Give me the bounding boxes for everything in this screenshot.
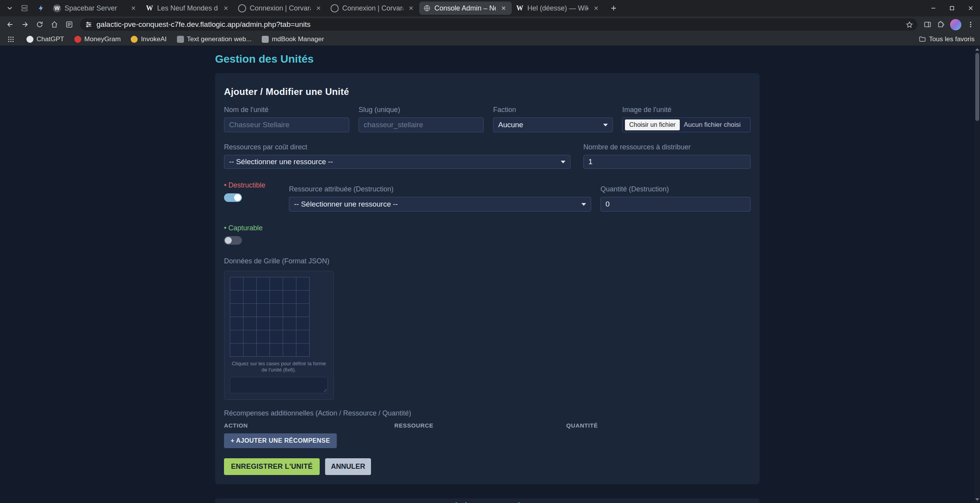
grid-cell[interactable] — [257, 344, 270, 357]
scrollbar-thumb[interactable] — [975, 53, 979, 121]
grid-cell[interactable] — [296, 330, 310, 344]
browser-toolbar: galactic-pve-conquest-c7fe.dev.flatlogic… — [0, 16, 980, 33]
back-button[interactable] — [3, 18, 17, 32]
all-bookmarks-button[interactable]: Tous les favoris — [919, 35, 975, 43]
tab-connexion-corvara-1[interactable]: Connexion | Corvara — [234, 2, 327, 15]
bookmark-text-generation-webui[interactable]: Text generation web... — [177, 35, 252, 43]
forward-button[interactable] — [18, 18, 32, 32]
slug-input[interactable] — [359, 117, 484, 132]
tab-spacebar-server[interactable]: W Spacebar Server — [49, 2, 142, 15]
bookmark-mdbook-manager[interactable]: mdBook Manager — [262, 35, 324, 43]
grid-cell[interactable] — [230, 277, 243, 291]
grid-cell[interactable] — [243, 317, 257, 330]
bookmark-star-button[interactable] — [903, 18, 915, 31]
grid-cell[interactable] — [257, 330, 270, 344]
grid-cell[interactable] — [230, 291, 243, 304]
capturable-toggle[interactable] — [224, 236, 242, 245]
grid-cell[interactable] — [283, 291, 296, 304]
image-file-input[interactable]: Choisir un fichier Aucun fichier choisi — [622, 117, 751, 132]
tab-connexion-corvara-2[interactable]: Connexion | Corvara — [327, 2, 419, 15]
destruction-resource-select[interactable]: -- Sélectionner une ressource -- — [289, 197, 591, 212]
pinned-tab-server[interactable] — [16, 2, 33, 15]
grid-cell[interactable] — [257, 304, 270, 317]
capturable-label: • Capturable — [224, 224, 751, 232]
tab-hel-wikipedia[interactable]: W Hel (déesse) — Wikipédia — [512, 2, 604, 15]
minimize-button[interactable] — [924, 0, 943, 16]
choose-file-button[interactable]: Choisir un fichier — [625, 119, 680, 130]
tab-search-button[interactable] — [3, 2, 16, 15]
resource-count-input[interactable] — [583, 155, 751, 169]
grid-cell[interactable] — [270, 344, 283, 357]
browser-menu-button[interactable] — [964, 18, 977, 31]
extensions-button[interactable] — [934, 18, 947, 31]
grid-json-textarea[interactable] — [230, 377, 328, 393]
grid-cell[interactable] — [230, 304, 243, 317]
destruction-qty-input[interactable] — [600, 197, 751, 212]
grid-cell[interactable] — [270, 291, 283, 304]
bookmark-moneygram[interactable]: MoneyGram — [74, 35, 121, 43]
name-label: Nom de l'unité — [224, 106, 349, 114]
grid-cell[interactable] — [296, 317, 310, 330]
grid-cell[interactable] — [296, 291, 310, 304]
tab-console-admin-nexus[interactable]: Console Admin – Nexus — [419, 2, 512, 15]
grid-cell[interactable] — [243, 344, 257, 357]
bookmark-label: MoneyGram — [84, 35, 121, 43]
tab-les-neuf-mondes[interactable]: W Les Neuf Mondes de la Mythol... — [142, 2, 234, 15]
scroll-down-arrow[interactable] — [975, 496, 980, 503]
reading-list-button[interactable] — [62, 18, 76, 32]
grid-cell[interactable] — [243, 277, 257, 291]
bookmark-invokeai[interactable]: InvokeAI — [131, 35, 166, 43]
destructible-toggle[interactable] — [224, 193, 242, 202]
maximize-button[interactable] — [943, 0, 961, 16]
side-panel-button[interactable] — [921, 18, 934, 31]
resource-cost-select[interactable]: -- Sélectionner une ressource -- — [224, 155, 570, 169]
grid-cell[interactable] — [243, 304, 257, 317]
close-icon[interactable] — [499, 4, 508, 12]
grid-cell[interactable] — [296, 277, 310, 291]
unit-form-card: Ajouter / Modifier une Unité Nom de l'un… — [215, 73, 760, 484]
grid-cell[interactable] — [270, 330, 283, 344]
cancel-button[interactable]: ANNULER — [325, 458, 371, 475]
close-icon[interactable] — [222, 4, 230, 12]
profile-avatar[interactable] — [950, 19, 961, 30]
grid-cell[interactable] — [230, 344, 243, 357]
add-reward-button[interactable]: + AJOUTER UNE RÉCOMPENSE — [224, 433, 337, 448]
grid-cell[interactable] — [270, 317, 283, 330]
grid-cell[interactable] — [243, 291, 257, 304]
address-bar[interactable]: galactic-pve-conquest-c7fe.dev.flatlogic… — [80, 18, 917, 31]
grid-cell[interactable] — [270, 277, 283, 291]
reload-button[interactable] — [33, 18, 47, 32]
grid-cell[interactable] — [270, 304, 283, 317]
grid-cell[interactable] — [283, 317, 296, 330]
close-icon[interactable] — [129, 4, 138, 12]
new-tab-button[interactable] — [607, 1, 621, 15]
page-scrollbar[interactable] — [975, 46, 980, 503]
grid-cell[interactable] — [283, 304, 296, 317]
home-icon — [51, 21, 58, 28]
grid-cell[interactable] — [230, 317, 243, 330]
page-content: Gestion des Unités Ajouter / Modifier un… — [215, 53, 760, 503]
grid-cell[interactable] — [257, 291, 270, 304]
name-input[interactable] — [224, 117, 349, 132]
grid-cell[interactable] — [296, 304, 310, 317]
close-icon[interactable] — [314, 4, 323, 12]
grid-cell[interactable] — [230, 330, 243, 344]
close-window-button[interactable] — [961, 0, 980, 16]
grid-cell[interactable] — [257, 277, 270, 291]
grid-cell[interactable] — [283, 330, 296, 344]
grid-cell[interactable] — [243, 330, 257, 344]
grid-cell[interactable] — [257, 317, 270, 330]
grid-cell[interactable] — [296, 344, 310, 357]
grid-panel: Cliquez sur les cases pour définir la fo… — [224, 271, 334, 400]
grid-cell[interactable] — [283, 344, 296, 357]
grid-cell[interactable] — [283, 277, 296, 291]
faction-select[interactable]: Aucune — [493, 117, 613, 132]
scroll-up-arrow[interactable] — [975, 46, 980, 53]
home-button[interactable] — [47, 18, 61, 32]
close-icon[interactable] — [592, 4, 600, 12]
apps-grid-button[interactable] — [5, 34, 16, 45]
bookmark-chatgpt[interactable]: ChatGPT — [26, 35, 64, 43]
save-unit-button[interactable]: ENREGISTRER L'UNITÉ — [224, 458, 320, 475]
pinned-tab-bolt[interactable] — [33, 2, 49, 15]
close-icon[interactable] — [407, 4, 415, 12]
